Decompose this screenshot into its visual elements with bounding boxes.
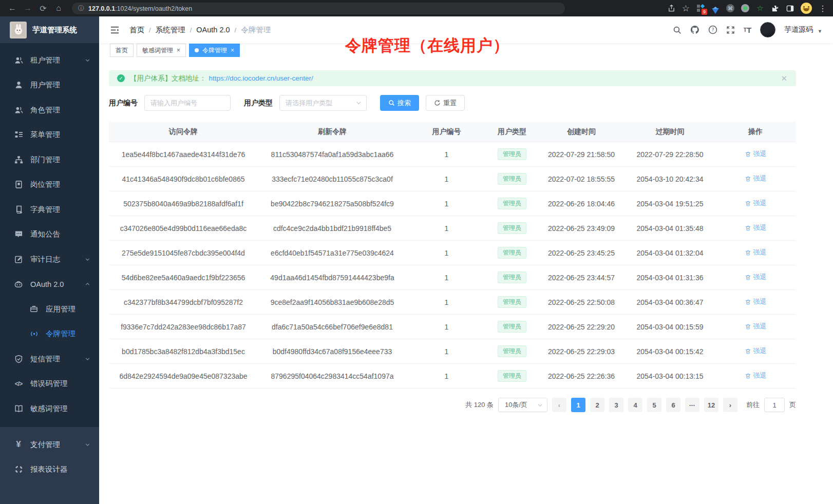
sidebar-item-notice-announcement[interactable]: 通知公告 (0, 222, 99, 247)
page-button[interactable]: 2 (590, 398, 604, 412)
user-id-cell: 1 (407, 372, 486, 380)
force-logout-button[interactable]: 强退 (745, 371, 767, 380)
user-id-input[interactable] (144, 95, 231, 111)
force-logout-button[interactable]: 强退 (745, 174, 767, 183)
bookmark-star-icon[interactable]: ☆ (682, 3, 690, 14)
user-menu-caret-icon[interactable]: ▼ (818, 29, 822, 34)
user-type-cell: 管理员 (486, 345, 538, 358)
reset-button[interactable]: 重置 (426, 95, 465, 111)
sidebar-item-menu-management[interactable]: 菜单管理 (0, 123, 99, 148)
sidebar-item-payment-management[interactable]: ¥支付管理 (0, 432, 99, 457)
force-logout-button[interactable]: 强退 (745, 199, 767, 208)
expire-time-cell: 2054-03-04 00:15:42 (625, 347, 715, 356)
user-name[interactable]: 芋道源码 (784, 25, 813, 34)
pager-ellipsis[interactable]: ••• (685, 398, 699, 412)
force-logout-button[interactable]: 强退 (745, 273, 767, 282)
sidebar-item-user-management[interactable]: 用户管理 (0, 73, 99, 98)
sidebar-item-label: 菜单管理 (30, 130, 60, 140)
page-button[interactable]: 1 (571, 398, 585, 412)
notice-close-icon[interactable]: ✕ (781, 74, 787, 83)
user-type-select[interactable]: 请选择用户类型 (279, 95, 367, 111)
search-form: 用户编号 用户类型 请选择用户类型 搜索 重置 (109, 95, 796, 111)
browser-forward-icon[interactable]: → (22, 4, 34, 13)
page-button[interactable]: 5 (647, 398, 661, 412)
annotation-overlay: 令牌管理（在线用户） (345, 35, 509, 56)
sidebar-item-dept-management[interactable]: 部门管理 (0, 147, 99, 172)
search-button[interactable]: 搜索 (380, 95, 419, 111)
goto-page-input[interactable] (764, 398, 785, 412)
sidebar-item-sms-management[interactable]: 短信管理 (0, 346, 99, 372)
force-logout-label: 强退 (753, 223, 767, 232)
sidebar-menu-bottom: ¥支付管理报表设计器 (0, 427, 99, 504)
chevron-up-icon (85, 281, 90, 287)
tab[interactable]: 首页 (110, 44, 134, 57)
breadcrumb-item[interactable]: OAuth 2.0 (196, 26, 230, 34)
force-logout-button[interactable]: 强退 (745, 223, 767, 232)
sidebar-item-error-code-management[interactable]: </>错误码管理 (0, 372, 99, 397)
user-avatar[interactable] (760, 22, 775, 37)
extension-recorder-icon[interactable] (741, 4, 749, 12)
prev-page-button[interactable]: ‹ (552, 398, 566, 412)
force-logout-label: 强退 (753, 322, 767, 331)
browser-menu-icon[interactable]: ⋮ (819, 4, 827, 13)
force-logout-button[interactable]: 强退 (745, 248, 767, 257)
extension-gem-icon[interactable] (711, 4, 720, 12)
side-panel-icon[interactable] (786, 4, 794, 12)
sidebar-item-post-management[interactable]: 岗位管理 (0, 172, 99, 198)
extension-monica-icon[interactable]: 9 (696, 4, 705, 12)
sidebar-item-role-management[interactable]: 角色管理 (0, 98, 99, 123)
help-icon[interactable]: ? (708, 25, 717, 34)
sidebar-item-dict-management[interactable]: 字典管理 (0, 197, 99, 222)
sidebar-item-tenant-management[interactable]: 租户管理 (0, 48, 99, 73)
chevron-down-icon (85, 257, 90, 262)
sidebar-item-audit-log[interactable]: 审计日志 (0, 247, 99, 272)
header-search-icon[interactable] (673, 26, 681, 34)
notice-doc-link[interactable]: https://doc.iocoder.cn/user-center/ (209, 74, 313, 82)
access-token-cell: 41c41346a548490f9dc8b01c6bfe0865 (109, 175, 258, 183)
action-cell: 强退 (715, 223, 796, 233)
trash-icon (745, 249, 751, 256)
next-page-button[interactable]: › (723, 398, 737, 412)
force-logout-button[interactable]: 强退 (745, 322, 767, 331)
sidebar-collapse-icon[interactable] (110, 25, 120, 35)
extension-star-icon[interactable]: ☆ (756, 4, 764, 12)
share-icon[interactable] (668, 5, 675, 12)
force-logout-button[interactable]: 强退 (745, 297, 767, 306)
sidebar-item-oauth2[interactable]: OAuth 2.0 (0, 272, 99, 297)
page-button[interactable]: 3 (609, 398, 623, 412)
page-button[interactable]: 4 (628, 398, 642, 412)
github-icon[interactable] (690, 25, 699, 34)
sidebar-item-sensitive-word-management[interactable]: 敏感词管理 (0, 396, 99, 421)
fullscreen-icon[interactable] (726, 26, 735, 34)
user-type-cell: 管理员 (486, 272, 538, 284)
tab[interactable]: 令牌管理× (189, 44, 240, 57)
force-logout-button[interactable]: 强退 (745, 149, 767, 159)
page-button[interactable]: 12 (704, 398, 718, 412)
menutree-icon (14, 130, 23, 140)
chevron-down-icon (85, 356, 90, 362)
browser-reload-icon[interactable]: ⟳ (37, 4, 49, 13)
sidebar-item-report-designer[interactable]: 报表设计器 (0, 457, 99, 482)
sidebar-item-application-management[interactable]: 应用管理 (0, 297, 99, 322)
oauth-icon (14, 280, 23, 289)
tab-close-icon[interactable]: × (231, 47, 234, 54)
tab-close-icon[interactable]: × (177, 47, 180, 54)
browser-home-icon[interactable]: ⌂ (52, 4, 65, 13)
extensions-puzzle-icon[interactable] (771, 4, 779, 12)
breadcrumb-item[interactable]: 系统管理 (156, 25, 185, 35)
font-size-icon[interactable]: TT (744, 26, 751, 34)
page-size-select[interactable]: 10条/页 (498, 398, 547, 412)
address-bar[interactable]: ⓘ 127.0.0.1:1024/system/oauth2/token (72, 3, 565, 14)
force-logout-button[interactable]: 强退 (745, 346, 767, 356)
extension-command-icon[interactable]: ⌘ (726, 4, 734, 12)
tab[interactable]: 敏感词管理× (137, 44, 186, 57)
column-header: 用户类型 (486, 127, 538, 137)
breadcrumb-item[interactable]: 首页 (129, 25, 144, 35)
force-logout-label: 强退 (753, 149, 767, 159)
site-info-icon[interactable]: ⓘ (78, 4, 84, 13)
browser-back-icon[interactable]: ← (6, 4, 18, 13)
browser-profile-avatar[interactable] (801, 3, 812, 14)
sidebar-item-token-management[interactable]: 令牌管理 (0, 322, 99, 347)
tab-label: 令牌管理 (202, 46, 227, 55)
page-button[interactable]: 6 (666, 398, 680, 412)
